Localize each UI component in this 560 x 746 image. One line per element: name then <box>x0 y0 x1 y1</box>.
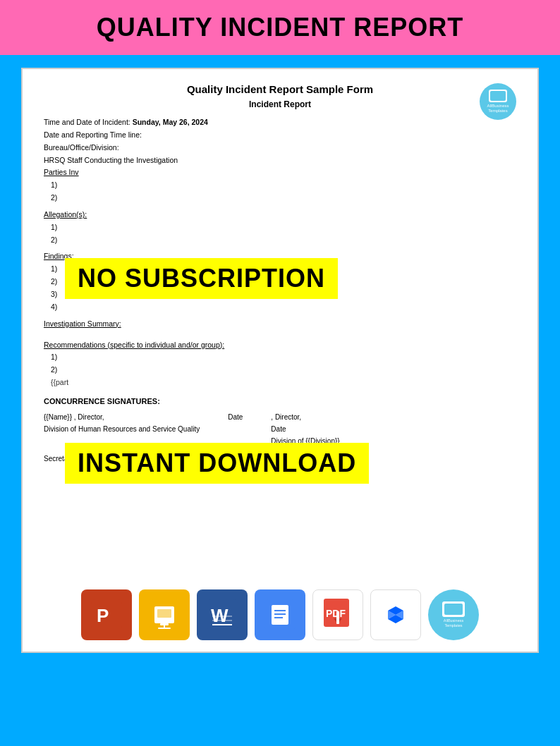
investigation-summary-label: Investigation Summary: <box>44 319 121 328</box>
sig2-block: , Director, Date Division of {{Division}… <box>271 411 339 447</box>
parties-item-2: 2) <box>51 192 516 204</box>
allbusiness-bottom-icon[interactable]: AllBusinessTemplates <box>428 589 479 640</box>
svg-text:W: W <box>211 605 229 626</box>
svg-text:PDF: PDF <box>326 608 346 619</box>
instant-download-overlay: INSTANT DOWNLOAD <box>65 443 369 484</box>
recommendations-item-1: 1) <box>51 351 516 364</box>
google-docs-icon[interactable] <box>255 589 305 640</box>
recommendations-label: Recommendations (specific to individual … <box>44 341 224 349</box>
logo-text: AllBusiness Templates <box>480 104 516 114</box>
svg-rect-6 <box>164 625 165 628</box>
svg-rect-4 <box>157 609 171 618</box>
parties-label: Parties Inv <box>44 168 79 176</box>
logo-screen-icon <box>489 90 507 102</box>
investigation-summary-heading: Investigation Summary: <box>44 318 516 331</box>
allegations-item-1: 1) <box>51 221 516 234</box>
hrsq-label: HRSQ Staff Conducting the Investigation <box>44 156 178 164</box>
no-subscription-text: NO SUBSCRIPTION <box>78 264 325 293</box>
allegations-heading: Allegation(s): <box>44 209 516 221</box>
allbiz-label: AllBusinessTemplates <box>444 618 463 628</box>
recommendations-template-var: {{part <box>51 377 516 389</box>
sig1-block: {{Name}} , Director, Division of Human R… <box>44 411 200 447</box>
parties-heading: Parties Inv <box>44 166 516 179</box>
bureau-field: Bureau/Office/Division: <box>44 142 516 154</box>
recommendations-item-2: 2) <box>51 364 516 377</box>
allbusiness-logo: AllBusiness Templates <box>480 83 516 120</box>
file-format-icons: P W <box>23 581 537 644</box>
sig1-date-block: Date <box>228 411 243 447</box>
bureau-label: Bureau/Office/Division: <box>44 143 119 152</box>
time-date-label: Time and Date of Incident: <box>44 118 130 126</box>
svg-rect-21 <box>336 611 339 624</box>
sig-row-1: {{Name}} , Director, Division of Human R… <box>44 411 516 447</box>
reporting-timeline-label: Date and Reporting Time line: <box>44 130 142 139</box>
time-date-field: Time and Date of Incident: Sunday, May 2… <box>44 116 516 129</box>
sig1-name: {{Name}} , Director, <box>44 411 200 423</box>
document-title: Quality Incident Report Sample Form <box>44 83 516 95</box>
svg-rect-7 <box>158 628 171 629</box>
dropbox-icon[interactable] <box>370 589 421 640</box>
recommendations-heading: Recommendations (specific to individual … <box>44 339 516 352</box>
sig2-date-label: Date <box>271 423 339 435</box>
sig2-name: , Director, <box>271 411 339 423</box>
instant-download-text: INSTANT DOWNLOAD <box>78 448 356 477</box>
svg-rect-5 <box>160 623 169 625</box>
document-preview: Quality Incident Report Sample Form AllB… <box>21 68 539 653</box>
page-title: QUALITY INCIDENT REPORT <box>7 13 553 42</box>
pdf-icon[interactable]: PDF <box>312 589 363 640</box>
google-slides-icon[interactable] <box>139 589 190 640</box>
findings-item-4: 4) <box>51 301 516 314</box>
time-date-value: Sunday, May 26, 2024 <box>133 118 208 126</box>
allbiz-screen <box>442 601 465 617</box>
no-subscription-overlay: NO SUBSCRIPTION <box>65 258 338 299</box>
parties-item-1: 1) <box>51 179 516 192</box>
reporting-timeline-field: Date and Reporting Time line: <box>44 129 516 142</box>
doc-header: Quality Incident Report Sample Form AllB… <box>44 83 516 95</box>
hrsq-field: HRSQ Staff Conducting the Investigation <box>44 154 516 167</box>
allegations-label: Allegation(s): <box>44 210 87 219</box>
allegations-item-2: 2) <box>51 234 516 247</box>
top-banner: QUALITY INCIDENT REPORT <box>0 0 560 55</box>
sig1-date-label: Date <box>228 411 243 423</box>
incident-report-label: Incident Report <box>44 99 516 109</box>
concurrence-heading: CONCURRENCE SIGNATURES: <box>44 395 516 408</box>
svg-text:P: P <box>97 605 109 626</box>
sig1-division: Division of Human Resources and Service … <box>44 423 200 435</box>
word-icon[interactable]: W <box>197 589 248 640</box>
powerpoint-icon[interactable]: P <box>81 589 132 640</box>
